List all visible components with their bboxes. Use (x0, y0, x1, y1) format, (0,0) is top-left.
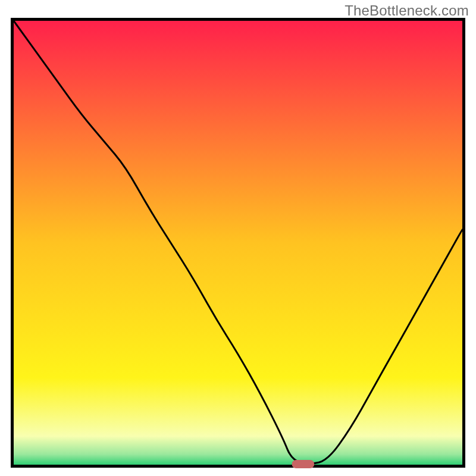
gradient-background (11, 18, 465, 468)
optimal-marker (292, 460, 314, 468)
bottleneck-curve-chart (0, 0, 476, 476)
chart-container: TheBottleneck.com (0, 0, 476, 476)
watermark-label: TheBottleneck.com (345, 2, 469, 19)
